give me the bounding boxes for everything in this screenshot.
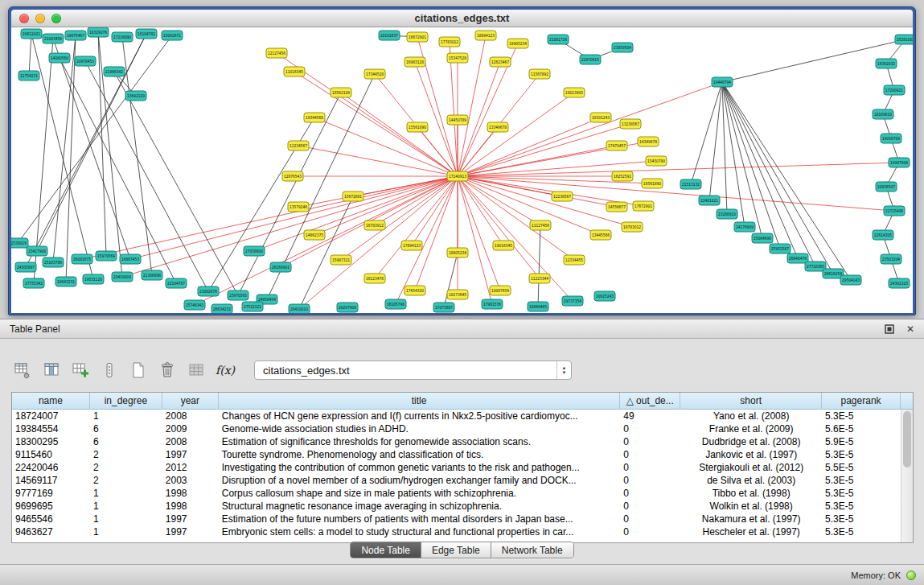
graph-node[interactable]: 17961576 xyxy=(482,299,503,309)
graph-node[interactable]: 23970565 xyxy=(228,290,248,300)
tab-node-table[interactable]: Node Table xyxy=(351,542,421,558)
graph-node[interactable]: 11223344 xyxy=(529,274,550,283)
graph-node[interactable]: 19016345 xyxy=(493,241,514,250)
graph-node[interactable]: 23503204 xyxy=(881,254,901,264)
graph-node[interactable]: 13579246 xyxy=(288,202,309,212)
graph-node[interactable]: 15987321 xyxy=(331,255,351,265)
graph-node[interactable]: 14349678 xyxy=(638,137,659,146)
graph-node[interactable]: 19875467 xyxy=(65,31,86,40)
graph-node[interactable]: 26169901 xyxy=(270,262,291,272)
graph-node[interactable]: 17344528 xyxy=(364,69,385,79)
graph-node[interactable]: 18329076 xyxy=(88,27,109,37)
graph-node[interactable]: 28410010 xyxy=(289,304,310,313)
network-canvas-svg[interactable]: 1724091316252591174704571830124319013905… xyxy=(11,27,913,313)
delete-table-icon[interactable] xyxy=(156,360,179,381)
graph-node[interactable]: 14556677 xyxy=(606,202,627,212)
graph-node[interactable]: 18301243 xyxy=(590,113,611,122)
graph-node[interactable]: 17073687 xyxy=(433,303,454,312)
graph-node[interactable]: 25746343 xyxy=(184,300,205,310)
graph-node[interactable]: 22194787 xyxy=(166,278,187,288)
graph-node[interactable]: 19947608 xyxy=(889,158,910,167)
table-row[interactable]: 2242004622012Investigating the contribut… xyxy=(12,461,901,474)
graph-node[interactable]: 14862375 xyxy=(304,230,325,240)
graph-node[interactable]: 18783012 xyxy=(622,222,643,232)
graph-node[interactable]: 19531120 xyxy=(83,274,104,284)
table-row[interactable]: 911546021997Tourette syndrome. Phenomeno… xyxy=(12,448,901,461)
graph-node[interactable]: 19344568 xyxy=(304,113,325,122)
column-header-year[interactable]: year xyxy=(162,393,219,410)
graph-node[interactable]: 15450789 xyxy=(646,156,667,166)
graph-node[interactable]: 16561890 xyxy=(642,179,663,188)
graph-node[interactable]: 21306898 xyxy=(142,270,162,280)
graph-node[interactable]: 29297909 xyxy=(337,303,358,312)
graph-node[interactable]: 15979564 xyxy=(96,251,117,261)
network-canvas[interactable]: 1724091316252591174704571830124319013905… xyxy=(11,27,913,313)
graph-node[interactable]: 17470457 xyxy=(606,141,627,150)
graph-node[interactable]: 13642120 xyxy=(125,91,146,101)
graph-node[interactable]: 19058709 xyxy=(881,134,901,143)
graph-node[interactable]: 17240913 xyxy=(447,171,468,181)
graph-node[interactable]: 16252591 xyxy=(612,171,633,181)
graph-node[interactable]: 11567892 xyxy=(529,69,550,79)
table-row[interactable]: 1872400712008Changes of HCN gene express… xyxy=(12,410,901,422)
graph-node[interactable]: 24392103 xyxy=(889,278,910,288)
graph-node[interactable]: 23859504 xyxy=(612,43,633,52)
graph-node[interactable]: 14450789 xyxy=(447,115,468,125)
graph-node[interactable]: 19087654 xyxy=(490,286,511,295)
tab-network-table[interactable]: Network Table xyxy=(491,542,573,558)
column-header-in-degree[interactable]: in_degree xyxy=(90,393,162,410)
graph-node[interactable]: 22530019 xyxy=(11,238,28,248)
show-columns-icon[interactable] xyxy=(40,360,63,381)
scrollbar-thumb[interactable] xyxy=(903,411,911,468)
table-row[interactable]: 1938455462009Genome-wide association stu… xyxy=(12,422,901,435)
float-panel-icon[interactable] xyxy=(884,323,895,335)
delete-column-icon[interactable] xyxy=(98,360,121,381)
graph-node[interactable]: 12876543 xyxy=(282,171,303,181)
graph-node[interactable]: 12127456 xyxy=(266,48,287,58)
graph-node[interactable]: 18905234 xyxy=(447,248,468,257)
table-row[interactable]: 1830029562008Estimation of significance … xyxy=(12,435,901,448)
graph-node[interactable]: 15672891 xyxy=(343,192,363,201)
graph-node[interactable]: 15347528 xyxy=(447,53,468,63)
graph-node[interactable]: 20978453 xyxy=(75,56,96,66)
graph-node[interactable]: 16104782 xyxy=(136,29,157,39)
graph-node[interactable]: 20612021 xyxy=(21,29,42,39)
graph-node[interactable]: 22401021 xyxy=(699,196,720,205)
graph-node[interactable]: 18562109 xyxy=(331,88,351,97)
graph-node[interactable]: 13445566 xyxy=(590,230,611,240)
table-selector-combobox[interactable]: citations_edges.txt ▲▼ xyxy=(254,360,572,380)
graph-node[interactable]: 16783912 xyxy=(364,220,385,230)
graph-node[interactable]: 23082676 xyxy=(198,286,219,296)
graph-node[interactable]: 16672901 xyxy=(407,32,428,42)
graph-node[interactable]: 11016345 xyxy=(284,67,305,76)
new-table-icon[interactable] xyxy=(127,360,150,381)
graph-node[interactable]: 21725406 xyxy=(884,206,905,216)
graph-node[interactable]: 21093456 xyxy=(43,34,64,43)
column-header-out-degree[interactable]: △ out_de... xyxy=(620,393,680,410)
graph-node[interactable]: 17216890 xyxy=(112,32,133,42)
column-header-title[interactable]: title xyxy=(219,393,621,410)
graph-node[interactable]: 23417908 xyxy=(27,246,47,256)
graph-node[interactable]: 18849465 xyxy=(528,302,548,311)
graph-node[interactable]: 19448794 xyxy=(712,77,733,87)
graph-node[interactable]: 21513132 xyxy=(680,179,701,189)
graph-node[interactable]: 20836507 xyxy=(876,182,897,192)
graph-node[interactable]: 17894123 xyxy=(401,241,422,250)
graph-node[interactable]: 25193786 xyxy=(43,257,64,267)
graph-node[interactable]: 17755342 xyxy=(23,278,44,288)
graph-node[interactable]: 12334455 xyxy=(564,255,585,265)
graph-node[interactable]: 20419009 xyxy=(112,272,133,282)
graph-node[interactable]: 18273645 xyxy=(447,290,468,299)
graph-node[interactable]: 16867453 xyxy=(120,254,141,264)
table-row[interactable]: 1456911722003Disruption of a novel membe… xyxy=(12,474,901,487)
graph-node[interactable]: 12623467 xyxy=(490,57,511,67)
graph-node[interactable]: 18894123 xyxy=(475,31,496,40)
graph-node[interactable]: 13238567 xyxy=(620,119,641,129)
graph-node[interactable]: 26081675 xyxy=(72,254,92,264)
graph-node[interactable]: 19013905 xyxy=(564,88,585,97)
graph-node[interactable]: 27522121 xyxy=(242,302,263,311)
column-header-pagerank[interactable]: pagerank xyxy=(822,393,901,410)
graph-node[interactable]: 25064698 xyxy=(752,233,773,243)
graph-node[interactable]: 21081726 xyxy=(548,35,569,44)
column-header-name[interactable]: name xyxy=(12,393,90,410)
